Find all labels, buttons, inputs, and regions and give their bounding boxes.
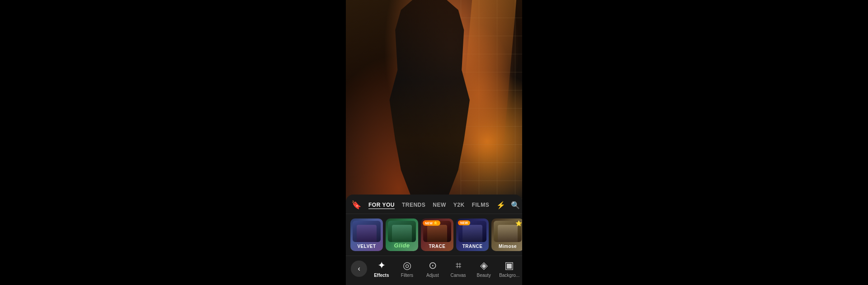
adjust-label: Adjust <box>426 273 439 278</box>
tool-background[interactable]: ▣ Backgro... <box>498 260 521 278</box>
filter-tabs: 🔖 FOR YOU TRENDS NEW Y2K FILMS ⚡ 🔍 <box>346 195 522 214</box>
canvas-icon: ⌗ <box>456 260 461 271</box>
mimose-star-badge: ⭐ <box>515 220 522 227</box>
beauty-label: Beauty <box>477 273 491 278</box>
tab-trends[interactable]: TRENDS <box>402 202 425 208</box>
back-icon: ‹ <box>358 265 360 273</box>
effects-label: Effects <box>374 273 389 278</box>
canvas-label: Canvas <box>451 273 466 278</box>
bottom-panel: 🔖 FOR YOU TRENDS NEW Y2K FILMS ⚡ 🔍 VELVE… <box>346 195 522 285</box>
toolbar: ‹ ✦ Effects ◎ Filters ⊙ Adjust ⌗ Canvas <box>346 256 522 282</box>
trace-new-badge: NEW⭐ <box>423 220 440 226</box>
tool-effects[interactable]: ✦ Effects <box>370 260 393 278</box>
tab-for-you[interactable]: FOR YOU <box>368 202 395 208</box>
glide-label: Glide <box>386 242 418 249</box>
trace-label: TRACE <box>421 244 453 249</box>
effect-trance[interactable]: NEW TRANCE <box>456 218 489 251</box>
search-icon[interactable]: 🔍 <box>511 201 520 209</box>
adjust-icon: ⊙ <box>429 260 437 271</box>
filters-label: Filters <box>401 273 413 278</box>
effect-mimose[interactable]: ⭐ Mimose <box>491 218 522 251</box>
effect-velvet[interactable]: VELVET <box>350 218 383 251</box>
tool-adjust[interactable]: ⊙ Adjust <box>421 260 444 278</box>
tab-icons: ⚡ 🔍 <box>496 201 520 209</box>
filters-icon: ◎ <box>403 260 411 271</box>
background-label: Backgro... <box>499 273 519 278</box>
tool-filters[interactable]: ◎ Filters <box>396 260 418 278</box>
back-button[interactable]: ‹ <box>351 261 367 277</box>
effects-row: VELVET Glide NEW⭐ <box>346 214 522 256</box>
lightning-icon[interactable]: ⚡ <box>496 201 505 209</box>
trance-label: TRANCE <box>456 244 489 249</box>
velvet-label: VELVET <box>350 244 383 249</box>
tab-films[interactable]: FILMS <box>472 202 490 208</box>
tab-y2k[interactable]: Y2K <box>453 202 465 208</box>
tool-beauty[interactable]: ◈ Beauty <box>472 260 495 278</box>
trance-new-badge: NEW <box>458 220 470 225</box>
background-icon: ▣ <box>505 260 514 271</box>
tool-canvas[interactable]: ⌗ Canvas <box>447 260 470 278</box>
effects-icon: ✦ <box>377 260 386 271</box>
app-container: 🔖 FOR YOU TRENDS NEW Y2K FILMS ⚡ 🔍 VELVE… <box>346 0 522 285</box>
beauty-icon: ◈ <box>480 260 488 271</box>
effect-glide[interactable]: Glide <box>386 218 418 251</box>
bookmark-icon[interactable]: 🔖 <box>351 200 361 210</box>
mimose-label: Mimose <box>491 244 522 249</box>
tab-new[interactable]: NEW <box>433 202 446 208</box>
effect-trace[interactable]: NEW⭐ TRACE <box>421 218 453 251</box>
